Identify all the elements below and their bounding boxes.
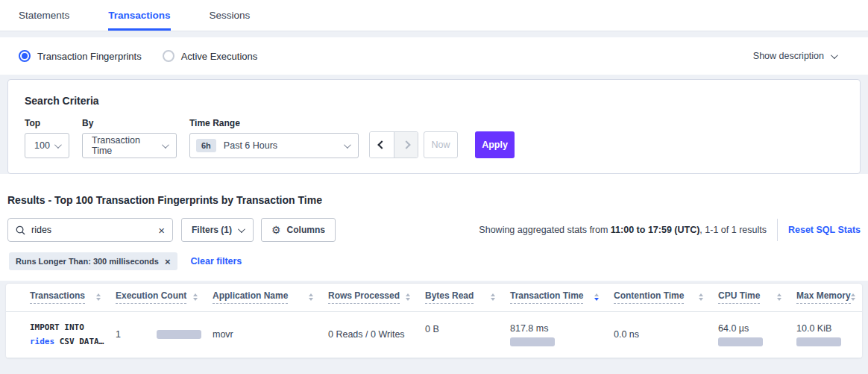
radio-unselected-icon: [163, 50, 174, 62]
top-label: Top: [25, 118, 69, 128]
column-header-transactions[interactable]: Transactions: [30, 290, 85, 304]
time-nav-group: [369, 131, 418, 158]
chevron-down-icon: [831, 52, 838, 59]
max-memory-cell: 10.0 KiB: [796, 323, 862, 346]
filter-chip-remove-icon[interactable]: ×: [165, 257, 171, 267]
application-name-cell: movr: [213, 311, 328, 358]
divider: [777, 219, 778, 241]
chevron-left-icon: [377, 140, 386, 149]
results-section: Results - Top 100 Transaction Fingerprin…: [0, 174, 868, 281]
radio-label: Transaction Fingerprints: [37, 51, 142, 62]
chevron-right-icon: [402, 140, 410, 149]
sort-icon[interactable]: [309, 293, 313, 301]
top-select[interactable]: 100: [25, 133, 69, 158]
transaction-time-cell: 817.8 ms: [510, 323, 614, 346]
radio-selected-icon: [19, 50, 31, 62]
execution-count-bar: [157, 330, 201, 339]
page-tabs: Statements Transactions Sessions: [0, 0, 868, 31]
sort-icon[interactable]: [96, 293, 101, 301]
filter-chip: Runs Longer Than: 300 milliseconds ×: [9, 252, 177, 270]
radio-active-executions[interactable]: Active Executions: [163, 50, 258, 62]
cpu-time-cell: 64.0 µs: [718, 323, 796, 346]
aggregated-stats-text: Showing aggregated stats from 11:00 to 1…: [479, 225, 767, 235]
clear-filters-link[interactable]: Clear filters: [191, 256, 242, 267]
column-header-rows-processed[interactable]: Rows Processed: [328, 290, 400, 304]
transactions-table: Transactions Execution Count Application…: [6, 284, 862, 358]
search-clear-icon[interactable]: ×: [158, 225, 165, 236]
by-label: By: [82, 118, 177, 128]
view-toggle-band: Transaction Fingerprints Active Executio…: [0, 37, 868, 75]
transaction-time-bar: [510, 337, 555, 346]
time-range-badge: 6h: [196, 139, 216, 152]
column-header-application-name[interactable]: Application Name: [213, 290, 288, 304]
table-row: IMPORT INTO rides CSV DATA… 1 movr 0 Rea…: [6, 311, 862, 358]
reset-sql-stats-link[interactable]: Reset SQL Stats: [788, 225, 861, 235]
by-select-value: Transaction Time: [92, 135, 162, 156]
column-header-cpu-time[interactable]: CPU Time: [718, 290, 760, 304]
search-criteria-title: Search Criteria: [25, 95, 843, 107]
time-next-button[interactable]: [394, 132, 418, 158]
sort-icon[interactable]: [851, 293, 855, 301]
chevron-down-icon: [238, 225, 245, 233]
sort-icon[interactable]: [193, 293, 198, 301]
filters-label: Filters (1): [192, 225, 232, 235]
tab-sessions[interactable]: Sessions: [210, 0, 251, 31]
now-button[interactable]: Now: [424, 131, 458, 158]
show-description-toggle[interactable]: Show description: [753, 51, 836, 61]
apply-button[interactable]: Apply: [475, 131, 515, 158]
columns-label: Columns: [287, 225, 325, 235]
chevron-down-icon: [344, 141, 351, 149]
radio-transaction-fingerprints[interactable]: Transaction Fingerprints: [19, 50, 142, 62]
results-table-card: Transactions Execution Count Application…: [6, 284, 862, 358]
by-select[interactable]: Transaction Time: [82, 133, 177, 158]
contention-time-cell: 0.0 ns: [614, 311, 718, 358]
chevron-down-icon: [54, 141, 62, 149]
bytes-read-cell: 0 B: [425, 311, 510, 358]
rows-processed-cell: 0 Reads / 0 Writes: [328, 311, 425, 358]
column-header-contention-time[interactable]: Contention Time: [614, 290, 684, 304]
tab-statements[interactable]: Statements: [19, 0, 69, 31]
radio-label: Active Executions: [181, 51, 258, 62]
gear-icon: ⚙: [271, 224, 281, 236]
results-heading: Results - Top 100 Transaction Fingerprin…: [7, 194, 861, 206]
table-header-row: Transactions Execution Count Application…: [6, 284, 862, 311]
search-icon: [16, 225, 25, 235]
top-select-value: 100: [34, 140, 50, 151]
sort-icon[interactable]: [777, 293, 781, 301]
chevron-down-icon: [162, 141, 169, 149]
sort-icon-active[interactable]: [594, 293, 599, 301]
sort-icon[interactable]: [406, 293, 410, 301]
sort-icon[interactable]: [699, 293, 703, 301]
tab-transactions[interactable]: Transactions: [108, 0, 170, 31]
column-header-max-memory[interactable]: Max Memory: [796, 290, 851, 304]
show-description-label: Show description: [753, 51, 824, 61]
cpu-time-bar: [718, 337, 763, 346]
column-header-execution-count[interactable]: Execution Count: [116, 290, 186, 304]
time-range-label: Time Range: [189, 118, 359, 128]
search-criteria-card: Search Criteria Top 100 By Transaction T…: [7, 79, 861, 174]
execution-count-cell: 1: [116, 329, 213, 340]
column-header-transaction-time[interactable]: Transaction Time: [510, 290, 583, 304]
search-input[interactable]: [31, 225, 158, 235]
max-memory-bar: [796, 337, 841, 346]
columns-button[interactable]: ⚙ Columns: [261, 218, 336, 242]
filters-button[interactable]: Filters (1): [181, 218, 254, 242]
column-header-bytes-read[interactable]: Bytes Read: [425, 290, 474, 304]
time-prev-button[interactable]: [370, 132, 394, 158]
table-zone: Transactions Execution Count Application…: [0, 281, 868, 358]
sort-icon[interactable]: [491, 293, 495, 301]
time-range-value: Past 6 Hours: [224, 140, 277, 151]
transaction-fingerprint-link[interactable]: IMPORT INTO rides CSV DATA…: [30, 320, 116, 349]
filter-chip-label: Runs Longer Than: 300 milliseconds: [16, 257, 159, 266]
time-range-select[interactable]: 6h Past 6 Hours: [189, 133, 359, 158]
results-search-box: ×: [7, 218, 173, 242]
